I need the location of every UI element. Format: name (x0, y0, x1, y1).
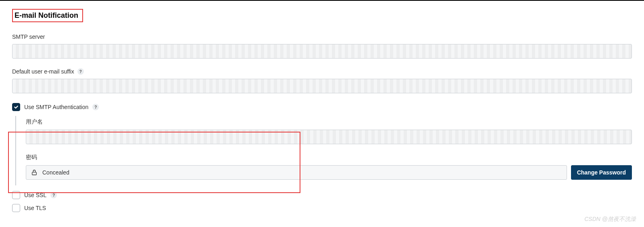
help-icon[interactable]: ? (50, 192, 57, 198)
use-tls-checkbox[interactable] (12, 204, 20, 212)
use-tls-label: Use TLS (24, 205, 46, 211)
smtp-server-group: SMTP server (12, 34, 632, 59)
lock-icon (31, 169, 38, 176)
watermark: CSDN @熬夜不洗澡 (584, 216, 636, 223)
default-suffix-group: Default user e-mail suffix ? (12, 68, 632, 93)
use-ssl-row: Use SSL ? (12, 191, 632, 199)
default-suffix-input[interactable] (12, 79, 632, 93)
use-smtp-auth-checkbox[interactable] (12, 103, 20, 111)
section-title: E-mail Notification (12, 9, 83, 22)
username-label: 用户名 (26, 118, 632, 126)
svg-rect-0 (32, 172, 37, 175)
username-input[interactable] (26, 130, 632, 144)
use-tls-row: Use TLS (12, 204, 632, 212)
username-group: 用户名 (26, 118, 632, 144)
use-ssl-checkbox[interactable] (12, 191, 20, 199)
smtp-auth-nested: 用户名 密码 Concealed Change Password (15, 116, 632, 185)
default-suffix-label: Default user e-mail suffix ? (12, 68, 632, 75)
password-label: 密码 (26, 154, 632, 161)
smtp-server-label-text: SMTP server (12, 34, 45, 40)
help-icon[interactable]: ? (92, 104, 99, 110)
smtp-server-input[interactable] (12, 44, 632, 59)
help-icon[interactable]: ? (77, 68, 84, 75)
password-group: 密码 Concealed Change Password (26, 154, 632, 180)
password-row: Concealed Change Password (26, 165, 632, 180)
smtp-server-label: SMTP server (12, 34, 632, 40)
use-smtp-auth-row: Use SMTP Authentication ? (12, 103, 632, 111)
use-smtp-auth-label: Use SMTP Authentication (24, 104, 88, 110)
default-suffix-label-text: Default user e-mail suffix (12, 68, 74, 75)
password-display: Concealed (26, 165, 567, 180)
change-password-button[interactable]: Change Password (571, 165, 632, 180)
check-icon (14, 105, 19, 109)
password-concealed-text: Concealed (42, 169, 69, 176)
use-ssl-label: Use SSL (24, 192, 46, 198)
